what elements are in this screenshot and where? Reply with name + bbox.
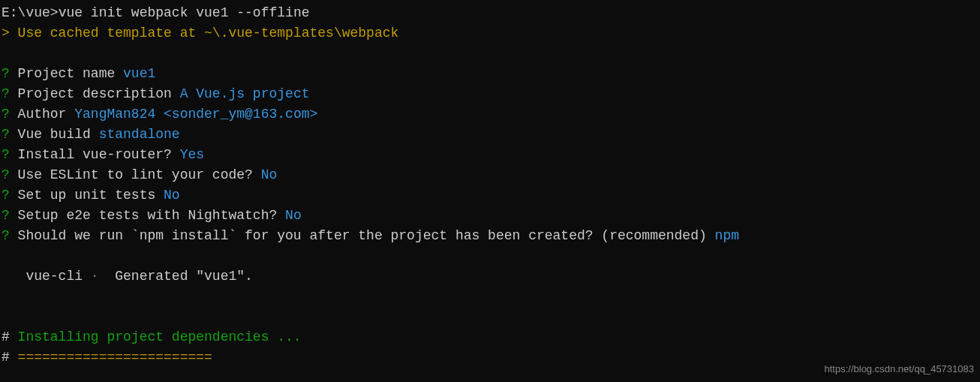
question-answer: standalone: [99, 127, 180, 142]
question-e2e-tests: ? Setup e2e tests with Nightwatch? No: [2, 206, 978, 226]
question-label: Install vue-router?: [10, 147, 180, 162]
hash-mark: #: [2, 329, 10, 344]
question-author: ? Author YangMan824 <sonder_ym@163.com>: [2, 104, 978, 125]
question-unit-tests: ? Set up unit tests No: [2, 185, 978, 206]
question-label: Set up unit tests: [10, 188, 164, 203]
question-answer: No: [285, 208, 302, 223]
question-mark: ?: [2, 86, 10, 101]
question-label: Use ESLint to lint your code?: [10, 167, 261, 182]
question-project-name: ? Project name vue1: [2, 64, 978, 84]
bullet: ·: [83, 269, 107, 284]
question-label: Setup e2e tests with Nightwatch?: [10, 208, 285, 223]
prompt-path: E:\vue>: [2, 5, 59, 20]
question-answer: No: [164, 188, 180, 203]
cached-prefix: > Use cached template at: [2, 26, 204, 41]
command-text: vue init webpack vue1 --offline: [59, 5, 310, 20]
installing-line: # Installing project dependencies ...: [2, 327, 978, 347]
question-npm-install: ? Should we run `npm install` for you af…: [2, 226, 978, 246]
question-label: Author: [10, 107, 74, 122]
watermark: https://blog.csdn.net/qq_45731083: [825, 362, 975, 377]
vue-cli-label: vue-cli: [2, 269, 83, 284]
question-vue-router: ? Install vue-router? Yes: [2, 145, 978, 165]
hash-mark: #: [2, 350, 10, 365]
question-label: Project description: [10, 86, 180, 101]
question-vue-build: ? Vue build standalone: [2, 125, 978, 145]
generated-line: vue-cli · Generated "vue1".: [2, 266, 978, 287]
question-mark: ?: [2, 167, 10, 182]
question-mark: ?: [2, 66, 10, 81]
blank-line: [2, 246, 978, 266]
blank-line: [2, 287, 978, 307]
installing-text: Installing project dependencies ...: [10, 329, 302, 344]
cached-template-line: > Use cached template at ~\.vue-template…: [2, 23, 978, 44]
question-project-description: ? Project description A Vue.js project: [2, 84, 978, 104]
question-mark: ?: [2, 228, 10, 243]
question-answer: npm: [715, 228, 739, 243]
question-answer: A Vue.js project: [180, 86, 310, 101]
blank-line: [2, 307, 978, 327]
question-mark: ?: [2, 127, 10, 142]
question-eslint: ? Use ESLint to lint your code? No: [2, 165, 978, 185]
question-answer: Yes: [180, 147, 204, 162]
question-mark: ?: [2, 147, 10, 162]
question-mark: ?: [2, 208, 10, 223]
question-answer: No: [261, 167, 278, 182]
command-line: E:\vue>vue init webpack vue1 --offline: [2, 3, 978, 23]
generated-message: Generated "vue1".: [107, 269, 252, 284]
question-label: Should we run `npm install` for you afte…: [10, 228, 715, 243]
question-mark: ?: [2, 188, 10, 203]
question-label: Vue build: [10, 127, 99, 142]
blank-line: [2, 44, 978, 64]
question-answer: vue1: [123, 66, 155, 81]
cached-path: ~\.vue-templates\webpack: [204, 26, 398, 41]
question-mark: ?: [2, 107, 10, 122]
divider: ========================: [10, 350, 212, 365]
question-label: Project name: [10, 66, 123, 81]
question-answer: YangMan824 <sonder_ym@163.com>: [74, 107, 317, 122]
